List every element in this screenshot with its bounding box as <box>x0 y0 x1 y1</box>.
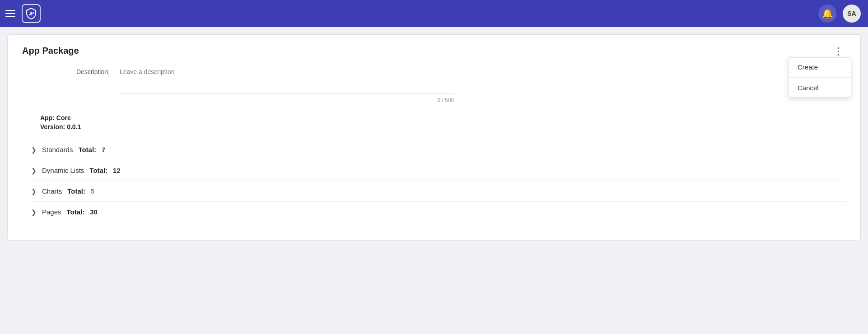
chevron-right-icon: ❯ <box>31 209 37 216</box>
char-count: 0 / 500 <box>120 97 454 103</box>
cancel-menu-item[interactable]: Cancel <box>789 79 851 97</box>
section-total-value: 5 <box>91 187 94 195</box>
description-row: Description: 0 / 500 <box>76 66 846 103</box>
section-total-value: 12 <box>113 167 121 174</box>
description-label: Description: <box>76 66 112 75</box>
section-total-label: Total: <box>67 208 85 216</box>
section-name: Standards <box>42 146 73 153</box>
description-field-wrapper: 0 / 500 <box>120 66 454 103</box>
section-list: ❯ Standards Total: 7 ❯ Dynamic Lists Tot… <box>31 139 846 222</box>
card-title: App Package <box>22 46 79 56</box>
avatar-initials: SA <box>847 10 856 17</box>
app-name: App: Core <box>40 114 846 121</box>
bell-icon: 🔔 <box>822 8 833 19</box>
logo: JP <box>22 4 41 23</box>
card-header: App Package ⋮ <box>22 46 846 57</box>
section-total-label: Total: <box>67 187 85 195</box>
section-total-value: 7 <box>102 146 105 153</box>
section-total-label: Total: <box>89 167 107 174</box>
topbar-left: JP <box>5 4 41 23</box>
create-menu-item[interactable]: Create <box>789 58 851 76</box>
section-total-label: Total: <box>78 146 96 153</box>
avatar[interactable]: SA <box>843 5 861 23</box>
dropdown-menu: Create Cancel <box>788 57 851 97</box>
notification-button[interactable]: 🔔 <box>818 5 836 23</box>
section-name: Charts <box>42 187 62 195</box>
app-version: Version: 0.0.1 <box>40 123 846 130</box>
section-item[interactable]: ❯ Pages Total: 30 <box>31 202 846 222</box>
hamburger-menu-button[interactable] <box>5 10 15 17</box>
section-name: Dynamic Lists <box>42 167 84 174</box>
chevron-right-icon: ❯ <box>31 188 37 195</box>
app-package-card: App Package ⋮ Create Cancel Description:… <box>7 34 861 241</box>
svg-text:JP: JP <box>29 11 34 16</box>
section-name: Pages <box>42 208 61 216</box>
section-item[interactable]: ❯ Dynamic Lists Total: 12 <box>31 160 846 181</box>
more-options-button[interactable]: ⋮ <box>831 46 846 57</box>
dropdown-divider <box>789 77 851 78</box>
section-item[interactable]: ❯ Charts Total: 5 <box>31 181 846 202</box>
section-item[interactable]: ❯ Standards Total: 7 <box>31 139 846 160</box>
section-total-value: 30 <box>90 208 98 216</box>
topbar: JP 🔔 SA <box>0 0 868 27</box>
main-content: App Package ⋮ Create Cancel Description:… <box>0 27 868 248</box>
chevron-right-icon: ❯ <box>31 146 37 153</box>
topbar-right: 🔔 SA <box>818 5 861 23</box>
app-info: App: Core Version: 0.0.1 <box>40 114 846 130</box>
description-textarea[interactable] <box>120 66 454 93</box>
chevron-right-icon: ❯ <box>31 167 37 174</box>
